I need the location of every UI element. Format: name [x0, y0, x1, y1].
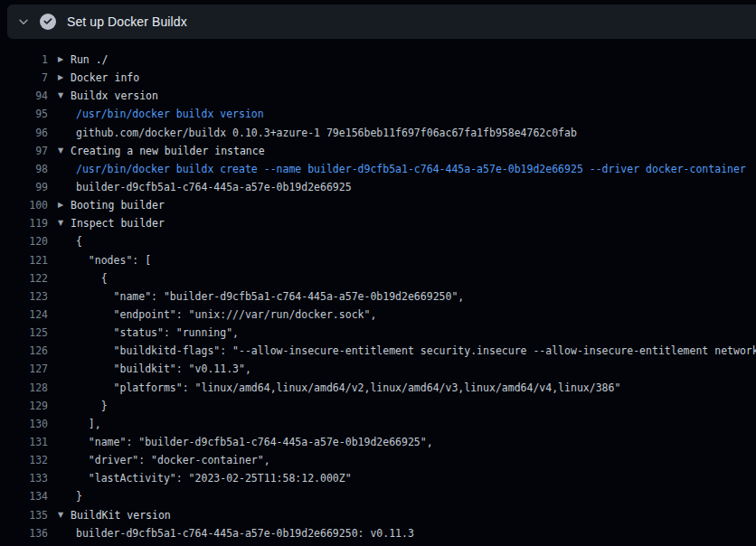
line-number[interactable]: 132 [0, 451, 48, 469]
output-text: } [58, 397, 108, 415]
triangle-down-icon: ▼ [58, 214, 71, 232]
line-number[interactable]: 100 [0, 196, 48, 214]
line-body: builder-d9cfb5a1-c764-445a-a57e-0b19d2e6… [48, 524, 756, 542]
line-number[interactable]: 136 [0, 524, 48, 542]
output-text: { [58, 232, 82, 250]
line-body: "driver": "docker-container", [48, 451, 756, 469]
check-circle-icon [40, 14, 56, 30]
log-line-row: 130 ], [0, 415, 756, 433]
line-body: "status": "running", [48, 324, 756, 342]
triangle-right-icon: ▶ [58, 196, 71, 214]
log-line-row: 125 "status": "running", [0, 324, 756, 342]
group-title: Run ./ [71, 51, 109, 69]
log-line-row: 131 "name": "builder-d9cfb5a1-c764-445a-… [0, 433, 756, 451]
line-number[interactable]: 129 [0, 397, 48, 415]
line-number[interactable]: 1 [0, 51, 48, 69]
line-number[interactable]: 119 [0, 214, 48, 232]
log-group-row[interactable]: 1▶Run ./ [0, 51, 756, 69]
triangle-down-icon: ▼ [58, 142, 71, 160]
line-number[interactable]: 135 [0, 506, 48, 524]
line-number[interactable]: 128 [0, 379, 48, 397]
log-line-row: 120{ [0, 232, 756, 250]
line-number[interactable]: 134 [0, 487, 48, 505]
line-number[interactable]: 133 [0, 469, 48, 487]
triangle-right-icon: ▶ [58, 51, 71, 69]
line-body: } [48, 397, 756, 415]
log-group-row[interactable]: 94▼Buildx version [0, 87, 756, 105]
output-text: builder-d9cfb5a1-c764-445a-a57e-0b19d2e6… [58, 524, 414, 542]
line-body: "platforms": "linux/amd64,linux/amd64/v2… [48, 379, 756, 397]
line-number[interactable]: 130 [0, 415, 48, 433]
log-line-row: 126 "buildkitd-flags": "--allow-insecure… [0, 342, 756, 360]
line-body: /usr/bin/docker buildx version [48, 105, 756, 123]
line-body: "name": "builder-d9cfb5a1-c764-445a-a57e… [48, 433, 756, 451]
output-text: "name": "builder-d9cfb5a1-c764-445a-a57e… [58, 433, 433, 451]
log-line-row: 128 "platforms": "linux/amd64,linux/amd6… [0, 379, 756, 397]
output-text: "buildkit": "v0.11.3", [58, 360, 251, 378]
triangle-down-icon: ▼ [58, 87, 71, 105]
step-title: Set up Docker Buildx [67, 14, 187, 29]
line-number[interactable]: 96 [0, 124, 48, 142]
line-number[interactable]: 94 [0, 87, 48, 105]
log-line-row: 95/usr/bin/docker buildx version [0, 105, 756, 123]
log-group-row[interactable]: 7▶Docker info [0, 69, 756, 87]
output-text: "platforms": "linux/amd64,linux/amd64/v2… [58, 379, 620, 397]
log-group-row[interactable]: 100▶Booting builder [0, 196, 756, 214]
group-title: Inspect builder [71, 214, 165, 232]
line-number[interactable]: 123 [0, 287, 48, 306]
line-number[interactable]: 127 [0, 360, 48, 378]
line-number[interactable]: 121 [0, 251, 48, 269]
output-text: "name": "builder-d9cfb5a1-c764-445a-a57e… [58, 287, 464, 306]
line-body: "buildkitd-flags": "--allow-insecure-ent… [48, 342, 756, 360]
line-number[interactable]: 95 [0, 105, 48, 123]
line-number[interactable]: 122 [0, 269, 48, 287]
line-body: "buildkit": "v0.11.3", [48, 360, 756, 378]
line-body: ▶Run ./ [48, 51, 756, 69]
output-text: "buildkitd-flags": "--allow-insecure-ent… [58, 342, 756, 360]
line-number[interactable]: 125 [0, 324, 48, 342]
line-number[interactable]: 7 [0, 69, 48, 87]
line-number[interactable]: 98 [0, 160, 48, 178]
log-line-row: 124 "endpoint": "unix:///var/run/docker.… [0, 306, 756, 324]
log-group-row[interactable]: 135▼BuildKit version [0, 506, 756, 524]
line-number[interactable]: 131 [0, 433, 48, 451]
line-body: "lastActivity": "2023-02-25T11:58:12.000… [48, 469, 756, 487]
line-body: ▶Docker info [48, 69, 756, 87]
line-body: ▶Booting builder [48, 196, 756, 214]
log-line-row: 134} [0, 487, 756, 505]
line-number[interactable]: 120 [0, 232, 48, 250]
command-text: /usr/bin/docker buildx create --name bui… [58, 160, 746, 178]
output-text: "driver": "docker-container", [58, 451, 270, 469]
line-body: ▼BuildKit version [48, 506, 756, 524]
step-header[interactable]: Set up Docker Buildx [7, 5, 756, 39]
line-body: ], [48, 415, 756, 433]
log-line-row: 98/usr/bin/docker buildx create --name b… [0, 160, 756, 178]
output-text: github.com/docker/buildx 0.10.3+azure-1 … [58, 124, 577, 142]
chevron-down-icon[interactable] [17, 15, 30, 28]
group-title: BuildKit version [71, 506, 171, 524]
output-text: { [58, 269, 108, 287]
line-number[interactable]: 99 [0, 178, 48, 196]
line-body: "name": "builder-d9cfb5a1-c764-445a-a57e… [48, 287, 756, 306]
log-line-row: 127 "buildkit": "v0.11.3", [0, 360, 756, 378]
log-line-row: 122 { [0, 269, 756, 287]
log-line-row: 123 "name": "builder-d9cfb5a1-c764-445a-… [0, 287, 756, 306]
output-text: "endpoint": "unix:///var/run/docker.sock… [58, 306, 376, 324]
log-group-row[interactable]: 119▼Inspect builder [0, 214, 756, 232]
output-text: "nodes": [ [58, 251, 151, 269]
line-number[interactable]: 124 [0, 306, 48, 324]
group-title: Docker info [71, 69, 139, 87]
line-body: github.com/docker/buildx 0.10.3+azure-1 … [48, 124, 756, 142]
log-line-row: 136builder-d9cfb5a1-c764-445a-a57e-0b19d… [0, 524, 756, 542]
output-text: "status": "running", [58, 324, 239, 342]
group-title: Creating a new builder instance [71, 142, 265, 160]
line-number[interactable]: 126 [0, 342, 48, 360]
command-text: /usr/bin/docker buildx version [58, 105, 264, 123]
line-body: ▼Buildx version [48, 87, 756, 105]
log-line-row: 121 "nodes": [ [0, 251, 756, 269]
line-body: builder-d9cfb5a1-c764-445a-a57e-0b19d2e6… [48, 178, 756, 196]
log-line-row: 96github.com/docker/buildx 0.10.3+azure-… [0, 124, 756, 142]
line-body: "nodes": [ [48, 251, 756, 269]
line-number[interactable]: 97 [0, 142, 48, 160]
log-group-row[interactable]: 97▼Creating a new builder instance [0, 142, 756, 160]
